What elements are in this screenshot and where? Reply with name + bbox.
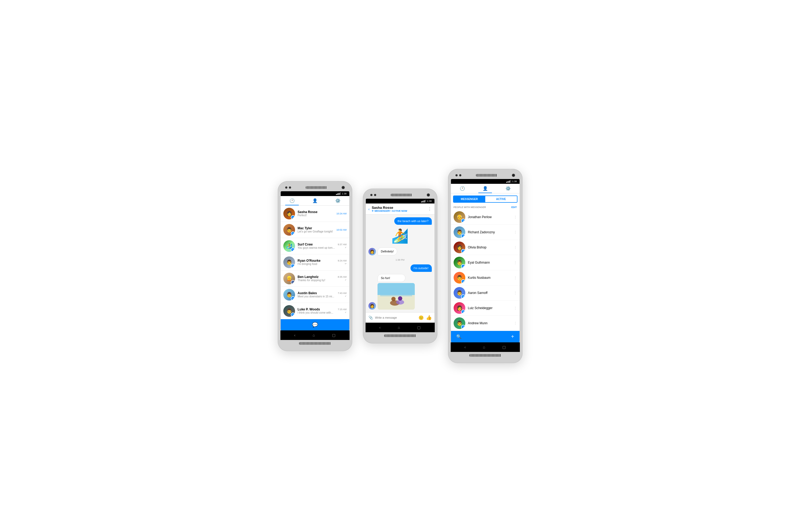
beach-photo-svg (378, 283, 415, 310)
edit-button[interactable]: EDIT (511, 206, 517, 209)
emoji-button[interactable]: 🙂 (418, 315, 424, 320)
more-icon-luiz[interactable]: ⋮ (514, 306, 517, 310)
status-bar-2: 1:38 (366, 199, 435, 204)
bubble-wrap-left-2: 👩 So fun! (368, 274, 432, 310)
person-name-jonathan: Jonathan Perlow (468, 215, 511, 219)
dot-5 (455, 174, 458, 176)
more-icon-eyal[interactable]: ⋮ (514, 261, 517, 264)
person-name-kurtis: Kurtis Nusbaum (468, 276, 511, 280)
tab-recents-3[interactable]: 🕐 (451, 186, 474, 193)
list-item[interactable]: 👨 ✈ Ryan O'Rourke I'm bringing food 9:24… (281, 254, 349, 270)
signal-bars-2 (421, 200, 426, 203)
back-button-2[interactable]: ‹ (379, 325, 381, 329)
more-icon-andrew[interactable]: ⋮ (514, 321, 517, 325)
badge-jonathan: ✈ (461, 218, 465, 223)
avatar-sasha-chat: 👩 (368, 248, 376, 255)
dot-3 (370, 194, 373, 196)
list-item[interactable]: 👨 ✈ Eyal Guthmann ⋮ (451, 255, 519, 270)
status-bar-1: 1:38 (281, 191, 349, 196)
list-item[interactable]: 👨 ✈ Mac Tyler Let's go see Giraffage ton… (281, 222, 349, 238)
recents-button-3[interactable]: ▢ (502, 345, 506, 349)
recents-button-2[interactable]: ▢ (417, 325, 421, 329)
msg-content-mac: Mac Tyler Let's go see Giraffage tonight… (298, 226, 334, 233)
msg-content-ryan: Ryan O'Rourke I'm bringing food (298, 259, 335, 265)
avatar-aaron: 👨 ✈ (454, 287, 465, 299)
phone-2: 1:38 ‹ Sasha Rosse ✈ MESSENGER • ACTIVE … (363, 189, 437, 343)
more-icon-jonathan[interactable]: ⋮ (514, 215, 517, 219)
person-icon: 👤 (312, 198, 318, 203)
chat-back-button[interactable]: ‹ (368, 207, 370, 211)
msg-preview-ryan: I'm bringing food (298, 263, 335, 265)
attach-icon[interactable]: 📎 (368, 316, 373, 320)
msg-preview-austin: Meet you downstairs in 15 mi... (298, 295, 335, 298)
list-item[interactable]: 👨 ✈ Luke P. Woods I think you should com… (281, 303, 349, 319)
status-bar-3: 1:38 (451, 179, 519, 184)
signal-bars-3 (506, 180, 511, 183)
msg-time-luke: 7:15 AM (338, 308, 346, 311)
avatar-ben: 👱 f (283, 273, 295, 284)
avatar-luke: 👨 ✈ (283, 305, 295, 317)
tab-active[interactable]: ACTIVE (485, 196, 517, 202)
chat-more-button[interactable]: ⋮ (427, 206, 432, 211)
tab-messenger[interactable]: MESSENGER (454, 196, 485, 202)
list-item[interactable]: 👨 ✈ Aaron Sarnoff ⋮ (451, 285, 519, 301)
badge-kurtis: ✈ (461, 279, 465, 284)
list-item[interactable]: 👱 f Ben Langholz Thanks for stopping by!… (281, 270, 349, 287)
search-button[interactable]: 🔍 (456, 334, 462, 339)
more-icon-kurtis[interactable]: ⋮ (514, 276, 517, 280)
bar4 (340, 192, 341, 195)
chat-input-bar: 📎 🙂 👍 (366, 312, 435, 323)
avatar-olivia: 👩 ✈ (454, 242, 465, 253)
more-icon-olivia[interactable]: ⋮ (514, 246, 517, 249)
list-item[interactable]: 👩 ✈ Luiz Scheidegger ⋮ (451, 301, 519, 316)
home-button-3[interactable]: ⌂ (483, 345, 485, 349)
chat-contact-status: ✈ MESSENGER • ACTIVE NOW (372, 210, 425, 212)
msg-name-ryan: Ryan O'Rourke (298, 259, 335, 263)
sticker-area: 🏄 (368, 228, 432, 244)
list-item[interactable]: 👩 ✈ Olivia Bishop ⋮ (451, 240, 519, 255)
phone-top-1 (281, 184, 349, 191)
more-icon-aaron[interactable]: ⋮ (514, 291, 517, 295)
msg-meta-austin: 7:43 AM ✓ (338, 292, 346, 298)
msg-time-austin: 7:43 AM (338, 292, 346, 294)
badge-aaron: ✈ (461, 294, 465, 299)
tab-settings[interactable]: ⚙️ (326, 198, 349, 205)
back-button-3[interactable]: ‹ (464, 345, 466, 349)
left-message-with-photo: So fun! (378, 274, 415, 310)
msg-meta-sasha: 10:24 AM (336, 212, 346, 215)
tab-people-3[interactable]: 👤 (474, 186, 497, 193)
bubble-left-1: Definitely! (378, 247, 397, 255)
tab-people[interactable]: 👤 (304, 198, 326, 205)
list-item[interactable]: 👨 ✈ Richard Zadorozny ⋮ (451, 225, 519, 240)
list-item[interactable]: 👩 ✈ Sasha Rosse Perfect! 10:24 AM (281, 206, 349, 222)
add-person-button[interactable]: + (511, 334, 514, 340)
like-button[interactable]: 👍 (426, 315, 432, 321)
msg-content-austin: Austin Bales Meet you downstairs in 15 m… (298, 291, 335, 298)
home-button-1[interactable]: ⌂ (312, 333, 315, 337)
phone-speaker-2 (391, 194, 412, 196)
chat-body: the beach with us later? 🏄 👩 Definitely!… (366, 215, 435, 312)
home-button-2[interactable]: ⌂ (398, 325, 400, 329)
status-time-2: 1:38 (427, 200, 432, 203)
more-icon-richard[interactable]: ⋮ (514, 230, 517, 234)
msg-meta-mac: 10:02 AM (336, 228, 346, 231)
message-input[interactable] (375, 316, 416, 319)
tab-recents[interactable]: 🕐 (281, 198, 304, 205)
bottom-bar-compose[interactable]: 💬 (281, 319, 349, 330)
list-item[interactable]: 👨 ✈ Andrew Munn ⋮ (451, 316, 519, 331)
phone-top-3 (451, 172, 520, 179)
list-item[interactable]: 👨 ✈ Austin Bales Meet you downstairs in … (281, 287, 349, 303)
dot-6 (459, 174, 461, 176)
recents-button-1[interactable]: ▢ (332, 333, 336, 337)
msg-preview-surf: You guys wanna meet up tom... (298, 246, 335, 249)
msg-content-sasha: Sasha Rosse Perfect! (298, 210, 334, 217)
tab-settings-3[interactable]: ⚙️ (497, 186, 519, 193)
msg-time-ryan: 9:24 AM (338, 259, 346, 262)
svg-point-6 (398, 296, 402, 301)
list-item[interactable]: 👨 ✈ Kurtis Nusbaum ⋮ (451, 270, 519, 285)
back-button-1[interactable]: ‹ (294, 333, 296, 337)
list-item[interactable]: 🏄 ✈ Surf Crew You guys wanna meet up tom… (281, 238, 349, 254)
compose-icon: 💬 (312, 322, 318, 328)
list-item[interactable]: 👴 ✈ Jonathan Perlow ⋮ (451, 210, 519, 225)
bottom-speaker-1 (299, 342, 331, 345)
